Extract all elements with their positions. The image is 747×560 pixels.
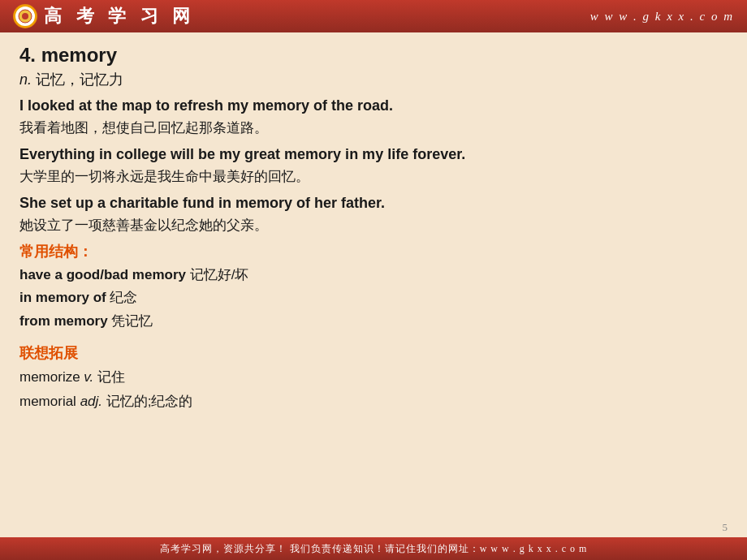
related-1: memorize v. 记住: [19, 367, 728, 388]
structure-2: in memory of 纪念: [19, 287, 728, 308]
footer: 高考学习网，资源共分享！ 我们负责传递知识！请记住我们的网址：w w w . g…: [0, 537, 747, 560]
svg-point-2: [22, 13, 28, 19]
related-label: 联想拓展: [19, 343, 728, 363]
header-logo: 高 考 学 习 网: [13, 4, 195, 28]
related-2: memorial adj. 记忆的;纪念的: [19, 391, 728, 412]
word-title: 4. memory: [19, 44, 728, 67]
sentence-2-zh: 大学里的一切将永远是我生命中最美好的回忆。: [19, 167, 728, 187]
header: 高 考 学 习 网 w w w . g k x x . c o m: [0, 0, 747, 32]
page-number: 5: [723, 521, 728, 534]
header-title: 高 考 学 习 网: [44, 4, 195, 28]
footer-text: 高考学习网，资源共分享！ 我们负责传递知识！请记住我们的网址：w w w . g…: [160, 542, 588, 556]
sentence-3-zh: 她设立了一项慈善基金以纪念她的父亲。: [19, 216, 728, 235]
word-pos: n. 记忆，记忆力: [19, 70, 728, 89]
logo-icon: [13, 4, 37, 28]
structure-3: from memory 凭记忆: [19, 311, 728, 332]
sentence-1-en: I looked at the map to refresh my memory…: [19, 96, 728, 116]
common-structures-label: 常用结构：: [19, 242, 728, 261]
sentence-2-en: Everything in college will be my great m…: [19, 144, 728, 165]
structure-1: have a good/bad memory 记忆好/坏: [19, 265, 728, 286]
sentence-3-en: She set up a charitable fund in memory o…: [19, 193, 728, 213]
main-content: 4. memory n. 记忆，记忆力 I looked at the map …: [0, 32, 747, 423]
sentence-1-zh: 我看着地图，想使自己回忆起那条道路。: [19, 118, 728, 138]
header-url: w w w . g k x x . c o m: [590, 10, 734, 24]
